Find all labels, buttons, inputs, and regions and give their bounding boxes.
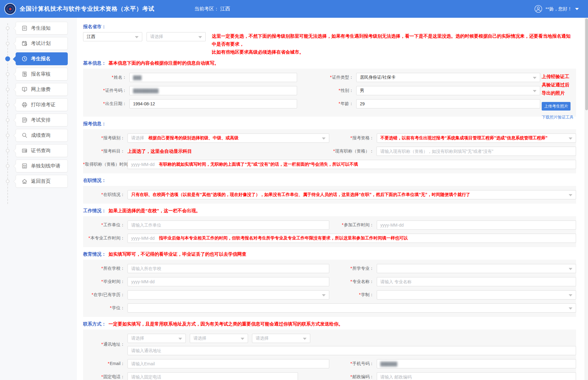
- address-province-select[interactable]: 请选择: [128, 334, 186, 343]
- photo-upload-area: 上传经验证工 具验证通过后 导出的照片 上传考生照片 下载照片验证工具: [542, 72, 574, 120]
- address-city-select[interactable]: 请选择: [190, 334, 248, 343]
- province-section-title: 报名省市：: [83, 24, 106, 30]
- city-select[interactable]: 请选择: [147, 32, 206, 41]
- app-title: 全国计算机技术与软件专业技术资格（水平）考试: [20, 5, 155, 13]
- upload-photo-button[interactable]: 上传考生照片: [542, 102, 571, 111]
- employment-status-select[interactable]: 只有在职、在校两个选项（以前是有“其他”选项的，现在好像没了），如果没有工作单位…: [128, 190, 576, 199]
- education-panel: *所在学校： *所学专业： *毕业时间： *专业名称： *在学/已有学历： *学…: [83, 260, 576, 317]
- download-photo-tool-link[interactable]: 下载照片验证工具: [542, 115, 574, 120]
- postcode-input[interactable]: [377, 372, 576, 380]
- chevron-down-icon: [178, 338, 182, 340]
- education-level-select[interactable]: [128, 290, 329, 299]
- app-logo-icon: [4, 3, 16, 15]
- basic-section-hint: 基本信息下面的内容会根据你注册时的信息自动填写。: [109, 60, 219, 66]
- email-input[interactable]: [128, 359, 329, 368]
- timeline-dot: [6, 88, 10, 91]
- mobile-field[interactable]: ██████: [377, 359, 576, 368]
- gender-select[interactable]: 男: [356, 86, 540, 95]
- sidebar-item-certificate-query[interactable]: 证书查询: [16, 144, 68, 157]
- subject-label: *报考科目：: [83, 149, 128, 154]
- contact-section-title: 联系方式：: [83, 321, 106, 327]
- degree-label: *学位：: [83, 305, 128, 311]
- chevron-down-icon: [241, 338, 244, 340]
- education-section-hint: 如实填写即可，不记得的看毕业证，毕业证丢了的也可以去学信网查: [109, 251, 246, 257]
- sidebar-item-home[interactable]: 返回首页: [16, 175, 68, 188]
- subject-value-area: 上面选了，这里会自动显示科目: [128, 149, 329, 154]
- sidebar-item-exam-plan[interactable]: 考试计划: [16, 37, 68, 50]
- cert-no-field[interactable]: █████████: [129, 86, 297, 95]
- current-title-input[interactable]: [376, 147, 576, 156]
- gender-label: *性别：: [297, 88, 356, 93]
- work-unit-label: *工作单位：: [83, 222, 128, 228]
- school-input[interactable]: [128, 264, 329, 273]
- sidebar-item-review[interactable]: 报名审核: [16, 68, 68, 81]
- studied-major-select[interactable]: [377, 264, 576, 273]
- work-unit-input[interactable]: [128, 220, 329, 230]
- timeline-dot: [6, 134, 10, 137]
- chevron-down-icon: [569, 268, 572, 270]
- timeline-dot: [6, 103, 10, 107]
- sidebar: 考生须知 考试计划 考生报名 报名审核 ¥ 网上缴费 打印准考证 考试安排: [0, 18, 77, 380]
- age-label: *年龄：: [297, 101, 356, 107]
- address-detail-input[interactable]: [128, 346, 576, 355]
- employment-status-label: *在职情况：: [83, 192, 128, 198]
- age-field[interactable]: [356, 99, 540, 108]
- birth-field[interactable]: [129, 99, 297, 108]
- review-doc-icon: [21, 71, 28, 77]
- school-system-select[interactable]: [377, 290, 576, 299]
- chevron-down-icon: [569, 137, 572, 140]
- sidebar-item-score-query[interactable]: 成绩查询: [16, 129, 68, 142]
- sidebar-item-exam-arrangement[interactable]: 考试安排: [16, 114, 68, 126]
- education-level-label: *在学/已有学历：: [83, 292, 128, 298]
- cert-no-label: *证件号码：: [83, 88, 129, 93]
- sidebar-item-registration[interactable]: 考生报名: [16, 52, 68, 65]
- grad-time-input[interactable]: [128, 277, 329, 286]
- printer-icon: [21, 102, 28, 108]
- current-region: 当前考区： 江西: [194, 6, 230, 12]
- address-label: *通讯地址：: [83, 342, 128, 347]
- chevron-down-icon: [569, 194, 572, 196]
- email-label: *Email：: [83, 361, 128, 367]
- sidebar-item-separate-line-apply[interactable]: A± 单独划线申请: [16, 160, 68, 172]
- pay-monitor-icon: ¥: [21, 86, 28, 92]
- cert-type-select[interactable]: 居民身份证/社保卡: [356, 73, 540, 82]
- school-system-label: *学制：: [329, 292, 377, 298]
- chevron-down-icon: [533, 77, 536, 79]
- qualification-hint: 不要选错，以前有考生出现过报考“系统集成项目管理工程师”选成"信息系统管理工程师…: [380, 135, 548, 141]
- qualification-select[interactable]: 不要选错，以前有考生出现过报考“系统集成项目管理工程师”选成"信息系统管理工程师…: [377, 134, 576, 143]
- level-select[interactable]: 请选择 根据自己要报考的级别选择初级、中级、或高级: [128, 134, 329, 143]
- search-icon: [21, 132, 28, 138]
- app-header: 全国计算机技术与软件专业技术资格（水平）考试 当前考区： 江西 **扬，您好！: [0, 0, 588, 18]
- address-district-select[interactable]: 请选择: [252, 334, 310, 343]
- sidebar-timeline: [7, 23, 8, 204]
- landline-label: *固定电话：: [83, 374, 128, 380]
- sidebar-item-print-ticket[interactable]: 打印准考证: [16, 98, 68, 111]
- sidebar-item-payment[interactable]: ¥ 网上缴费: [16, 83, 68, 96]
- svg-text:¥: ¥: [24, 88, 25, 90]
- name-field[interactable]: ███: [129, 73, 297, 82]
- degree-select[interactable]: [128, 303, 576, 313]
- chevron-down-icon: [569, 294, 572, 296]
- title-time-input[interactable]: yyyy-MM-dd 有职称的就如实填写时间，无职称的上面填了“无”或“没有”的…: [128, 160, 576, 169]
- timeline-dot-active: [5, 56, 10, 61]
- landline-input[interactable]: [128, 372, 298, 380]
- work-section-hint: 如果上面选择的是“在校”，这一栏不会出现。: [109, 208, 200, 214]
- grad-time-label: *毕业时间：: [83, 279, 128, 284]
- scrollbar-thumb[interactable]: [585, 18, 588, 110]
- basic-section-title: 基本信息：: [83, 60, 106, 66]
- chevron-down-icon: [135, 36, 139, 38]
- chevron-down-icon: [533, 90, 536, 92]
- major-name-input[interactable]: [377, 277, 576, 286]
- user-menu[interactable]: **扬，您好！: [534, 5, 579, 13]
- work-start-input[interactable]: [377, 220, 576, 230]
- sidebar-item-notice[interactable]: 考生须知: [16, 22, 68, 35]
- studied-major-label: *所学专业：: [329, 266, 377, 271]
- name-label: *姓名：: [83, 75, 129, 80]
- level-label: *报考级别：: [83, 135, 128, 141]
- timeline-dot: [6, 179, 10, 183]
- major-work-time-input[interactable]: yyyy-MM-dd 指毕业后做与本专业相关工作的时间，但软考报名对考生所学专业…: [128, 234, 576, 243]
- redacted-cert-no-value: █████████: [133, 88, 158, 93]
- timeline-dot: [6, 118, 10, 122]
- province-select[interactable]: 江西: [83, 32, 142, 41]
- chevron-down-icon: [322, 294, 326, 296]
